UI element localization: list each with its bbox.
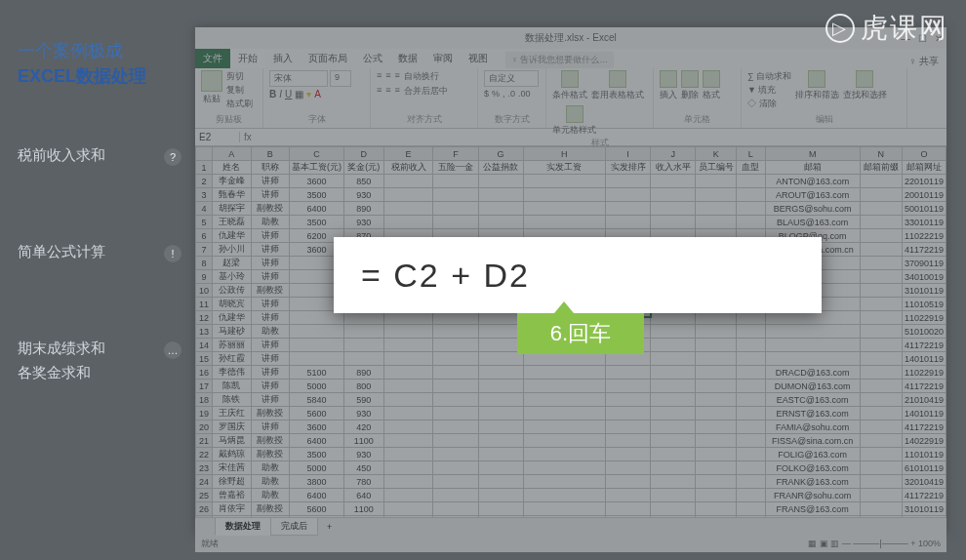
add-sheet-button[interactable]: +	[317, 520, 342, 534]
cell[interactable]	[383, 325, 433, 339]
cell[interactable]: 5100	[289, 366, 343, 380]
cell[interactable]	[651, 461, 696, 475]
dec-dec-icon[interactable]: .00	[518, 89, 531, 99]
cell[interactable]: EASTC@163.com	[765, 393, 860, 407]
cell[interactable]	[383, 448, 433, 461]
font-color-button[interactable]: A	[314, 89, 321, 100]
cell[interactable]	[696, 366, 737, 380]
cell[interactable]	[860, 311, 902, 325]
cell[interactable]	[383, 339, 433, 352]
cell[interactable]: 副教授	[251, 202, 289, 216]
cell[interactable]: 930	[343, 407, 383, 420]
cell[interactable]: 41172219	[902, 243, 946, 257]
cell[interactable]	[605, 489, 650, 502]
cell[interactable]: FRANS@163.com	[765, 502, 860, 516]
row-header[interactable]: 7	[196, 243, 213, 257]
cell[interactable]	[383, 366, 433, 380]
cell[interactable]	[605, 366, 650, 380]
cell[interactable]	[696, 202, 737, 216]
row-header[interactable]: 18	[196, 393, 213, 407]
cut-button[interactable]: 剪切	[226, 70, 253, 83]
cell[interactable]: 马炳昆	[213, 434, 251, 448]
cell[interactable]: 33010119	[902, 216, 946, 229]
cell[interactable]: 14010119	[902, 352, 946, 366]
cell[interactable]: 王晓磊	[213, 216, 251, 229]
cell[interactable]	[523, 448, 605, 461]
sort-filter-button[interactable]: 排序和筛选	[795, 70, 839, 101]
cell[interactable]: 5600	[289, 502, 343, 516]
row-header[interactable]: 19	[196, 407, 213, 420]
row-header[interactable]: 13	[196, 325, 213, 339]
cell[interactable]	[523, 407, 605, 420]
comma-icon[interactable]: ,	[503, 89, 505, 99]
cell[interactable]	[860, 420, 902, 434]
cell[interactable]: 孙小川	[213, 243, 251, 257]
cell[interactable]	[860, 188, 902, 202]
cell[interactable]	[860, 407, 902, 420]
cell[interactable]	[651, 407, 696, 420]
border-button[interactable]: ▦	[295, 89, 303, 100]
cell[interactable]	[651, 366, 696, 380]
cell[interactable]	[860, 434, 902, 448]
header-cell[interactable]: 公益捐款	[478, 161, 523, 175]
cell[interactable]	[696, 188, 737, 202]
fill-button[interactable]: ▼ 填充	[747, 84, 791, 97]
currency-icon[interactable]: $	[484, 89, 489, 99]
cell[interactable]	[860, 284, 902, 298]
cell[interactable]	[860, 380, 902, 393]
cell[interactable]	[523, 420, 605, 434]
cell[interactable]: 胡探宇	[213, 202, 251, 216]
cell[interactable]	[860, 393, 902, 407]
cell[interactable]	[478, 461, 523, 475]
cell[interactable]: 800	[343, 380, 383, 393]
cell[interactable]: 1100	[343, 434, 383, 448]
number-format-select[interactable]: 自定义	[484, 70, 539, 87]
cell[interactable]: 22010119	[902, 175, 946, 188]
cell[interactable]	[696, 393, 737, 407]
cell[interactable]	[523, 175, 605, 188]
cell[interactable]	[605, 216, 650, 229]
chapter-1[interactable]: 税前收入求和 ?	[18, 146, 178, 165]
cell[interactable]	[433, 352, 478, 366]
fill-color-button[interactable]: ▾	[306, 89, 311, 100]
cell[interactable]	[860, 448, 902, 461]
cell[interactable]	[523, 202, 605, 216]
tab-layout[interactable]: 页面布局	[301, 49, 355, 68]
cell[interactable]: 41172219	[902, 380, 946, 393]
col-header-J[interactable]: J	[651, 147, 696, 161]
cell[interactable]: 41172219	[902, 339, 946, 352]
cell[interactable]	[696, 380, 737, 393]
cell[interactable]	[651, 216, 696, 229]
cell[interactable]	[737, 352, 766, 366]
row-header[interactable]: 25	[196, 489, 213, 502]
cell[interactable]	[605, 461, 650, 475]
insert-cell-button[interactable]: 插入	[660, 70, 677, 101]
percent-icon[interactable]: %	[492, 89, 500, 99]
row-header[interactable]: 17	[196, 380, 213, 393]
cell[interactable]	[605, 448, 650, 461]
cell[interactable]	[696, 407, 737, 420]
cell[interactable]: 450	[343, 461, 383, 475]
cell[interactable]	[651, 475, 696, 489]
cell[interactable]	[605, 380, 650, 393]
cell[interactable]	[651, 188, 696, 202]
find-button[interactable]: 查找和选择	[843, 70, 887, 101]
cell[interactable]: 基小玲	[213, 270, 251, 284]
row-header[interactable]: 15	[196, 352, 213, 366]
zoom-controls[interactable]: ▦ ▣ ▥ — ———|——— + 100%	[808, 539, 941, 548]
cell[interactable]	[605, 393, 650, 407]
cell[interactable]	[433, 216, 478, 229]
header-cell[interactable]: 邮箱前缀	[860, 161, 902, 175]
cell[interactable]	[478, 516, 523, 518]
cell[interactable]	[696, 448, 737, 461]
cell[interactable]: 11010519	[902, 298, 946, 311]
row-header[interactable]: 27	[196, 516, 213, 518]
cell[interactable]: 仇建华	[213, 311, 251, 325]
cell[interactable]	[478, 188, 523, 202]
cell[interactable]	[737, 380, 766, 393]
cell[interactable]	[478, 502, 523, 516]
cell[interactable]	[696, 352, 737, 366]
cell[interactable]	[765, 339, 860, 352]
cell[interactable]: 3600	[289, 175, 343, 188]
cell[interactable]	[860, 175, 902, 188]
